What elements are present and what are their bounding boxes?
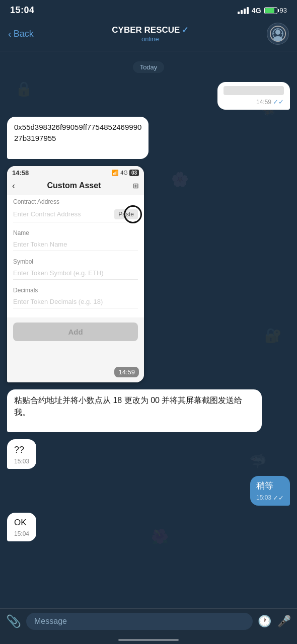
message-text: 0x55d398326f99059ff775485246999027b31979… (14, 122, 141, 144)
clock-icon[interactable]: 🕐 (258, 615, 271, 628)
message-bubble: 0x55d398326f99059ff775485246999027b31979… (7, 117, 148, 159)
message-time: 15:00 (240, 420, 255, 427)
name-placeholder: Enter Token Name (13, 240, 67, 248)
back-label: Back (14, 29, 34, 39)
add-button[interactable]: Add (13, 323, 138, 341)
battery-icon: 93 (264, 7, 287, 14)
inner-nav: ‹ Custom Asset ⊞ (7, 179, 144, 195)
message-bubble: 14:59 ✓✓ (217, 82, 290, 110)
contract-address-input: Enter Contract Address Paste (13, 207, 138, 222)
message-time: 14:59 (126, 145, 141, 154)
screenshot-bubble: 14:58 📶 4G 03 ‹ Custom Asset ⊞ (7, 166, 144, 382)
input-right-icons: 🕐 🎤 (258, 615, 291, 628)
status-right: 4G 93 (238, 7, 287, 15)
table-row: 0x55d398326f99059ff775485246999027b31979… (7, 117, 290, 159)
microphone-icon[interactable]: 🎤 (277, 615, 291, 628)
symbol-section: Symbol Enter Token Symbol (e.g. ETH) (13, 256, 138, 285)
table-row: 稍等 15:03 ✓✓ (7, 476, 290, 506)
inner-expand-icon: ⊞ (133, 182, 139, 190)
avatar-icon (270, 26, 286, 42)
chevron-left-icon: ‹ (8, 28, 12, 40)
decimals-section: Decimals Enter Token Decimals (e.g. 18) (13, 285, 138, 313)
message-bubble: ?? 15:03 (7, 439, 36, 469)
form-container: Contract Address Enter Contract Address … (7, 195, 144, 317)
battery-level: 93 (280, 7, 287, 14)
message-bubble: 稍等 15:03 ✓✓ (250, 476, 290, 506)
decimals-input: Enter Token Decimals (e.g. 18) (13, 295, 138, 308)
attach-button[interactable]: 📎 (6, 614, 21, 628)
table-row: OK 15:04 (7, 513, 290, 542)
message-bubble: 粘贴合约地址并将小数点从 18 更改为 00 并将其屏幕截图发送给我。 15:0… (7, 389, 262, 432)
table-row: 粘贴合约地址并将小数点从 18 更改为 00 并将其屏幕截图发送给我。 15:0… (7, 389, 290, 432)
name-label: Name (13, 229, 138, 236)
message-input[interactable]: Message (34, 617, 67, 626)
message-bubble: OK 15:04 (7, 513, 36, 542)
message-text: ?? (14, 443, 29, 456)
header-center: CYBER RESCUE ✓ online (34, 25, 267, 43)
message-input-wrap[interactable]: Message (26, 613, 253, 630)
signal-icon (238, 7, 249, 14)
chat-header: ‹ Back CYBER RESCUE ✓ online (0, 19, 297, 51)
read-checkmarks: ✓✓ (273, 98, 284, 106)
paste-button[interactable]: Paste (114, 209, 138, 219)
read-checkmarks: ✓✓ (273, 494, 284, 502)
contact-status[interactable]: online (34, 35, 267, 43)
table-row: 14:58 📶 4G 03 ‹ Custom Asset ⊞ (7, 166, 290, 382)
inner-phone-ui: 14:58 📶 4G 03 ‹ Custom Asset ⊞ (7, 166, 144, 382)
paste-btn-wrapper: Paste (114, 209, 138, 219)
inner-back-icon: ‹ (12, 181, 15, 191)
symbol-input: Enter Token Symbol (e.g. ETH) (13, 267, 138, 280)
date-divider: Today (7, 61, 290, 73)
table-row: ?? 15:03 (7, 439, 290, 469)
inner-signal: 📶 4G 03 (112, 170, 139, 176)
status-time: 15:04 (10, 5, 35, 16)
inner-time: 14:58 (12, 169, 29, 177)
message-time: 15:03 (256, 494, 271, 501)
home-indicator (118, 639, 179, 641)
table-row: 14:59 ✓✓ (7, 82, 290, 110)
name-input: Enter Token Name (13, 238, 138, 251)
inner-title: Custom Asset (47, 181, 101, 190)
verified-icon: ✓ (182, 25, 188, 35)
status-bar: 15:04 4G 93 (0, 0, 297, 19)
contract-address-section: Contract Address Enter Contract Address … (13, 195, 138, 227)
message-time: 15:04 (14, 530, 29, 537)
message-text: 粘贴合约地址并将小数点从 18 更改为 00 并将其屏幕截图发送给我。 (14, 394, 255, 419)
inner-status-bar: 14:58 📶 4G 03 (7, 166, 144, 179)
contract-address-placeholder: Enter Contract Address (13, 210, 81, 218)
symbol-placeholder: Enter Token Symbol (e.g. ETH) (13, 269, 104, 277)
network-label: 4G (252, 7, 261, 15)
message-time: 14:59 (256, 99, 271, 106)
avatar[interactable] (267, 23, 289, 45)
contract-address-label: Contract Address (13, 198, 138, 205)
message-text: 稍等 (256, 480, 284, 493)
screenshot-time: 14:59 (114, 367, 139, 377)
message-text: OK (14, 517, 29, 529)
contact-name: CYBER RESCUE ✓ (34, 25, 267, 35)
svg-point-1 (275, 30, 280, 35)
decimals-placeholder: Enter Token Decimals (e.g. 18) (13, 298, 103, 305)
symbol-label: Symbol (13, 258, 138, 265)
message-time: 15:03 (14, 458, 29, 465)
date-label: Today (133, 61, 165, 73)
back-button[interactable]: ‹ Back (8, 28, 34, 40)
chat-area: Today 14:59 ✓✓ 0x55d398326f99059ff775485… (0, 51, 297, 594)
name-section: Name Enter Token Name (13, 227, 138, 256)
decimals-label: Decimals (13, 287, 138, 294)
